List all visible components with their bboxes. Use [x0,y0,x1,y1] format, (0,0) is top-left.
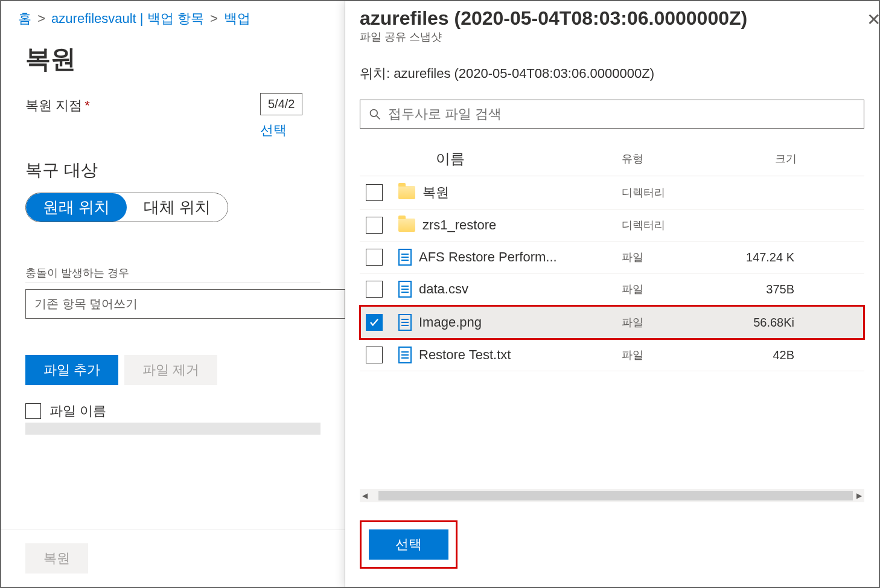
file-table-scrollbar[interactable]: ◀ ▶ [360,489,864,502]
search-input-wrapper[interactable] [360,100,864,129]
breadcrumb-sep: > [37,11,45,26]
col-type[interactable]: 유형 [622,152,736,166]
breadcrumb-home[interactable]: 홈 [18,11,31,26]
row-size: 56.68Ki [736,316,797,330]
row-checkbox[interactable] [366,184,383,201]
table-row[interactable]: AFS Restore Perform...파일147.24 K [360,241,864,273]
add-file-button[interactable]: 파일 추가 [25,355,118,385]
svg-point-0 [371,110,378,117]
breadcrumb-backup[interactable]: 백업 [224,11,250,26]
col-size[interactable]: 크기 [736,152,797,166]
row-type: 디렉터리 [622,218,736,232]
file-icon [398,249,412,266]
row-type: 파일 [622,348,736,362]
file-name-checkbox[interactable] [25,403,41,419]
table-row[interactable]: data.csv파일375B [360,273,864,305]
row-name: AFS Restore Perform... [419,249,557,265]
location-alternative[interactable]: 대체 위치 [127,193,228,222]
file-icon [398,281,412,298]
row-checkbox[interactable] [366,281,383,298]
row-type: 파일 [622,315,736,330]
breadcrumb: 홈 > azurefilesvault | 백업 항목 > 백업 [1,1,345,33]
select-button-highlight: 선택 [360,520,458,569]
row-name: data.csv [419,281,468,297]
row-type: 디렉터리 [622,185,736,200]
file-icon [398,314,412,331]
row-name: zrs1_restore [422,217,496,233]
horizontal-scrollbar[interactable] [25,423,320,435]
row-name: Image.png [419,315,482,330]
recovery-target-title: 복구 대상 [25,159,320,182]
search-input[interactable] [388,106,855,122]
panel-subtitle: 파일 공유 스냅샷 [360,30,864,44]
table-row[interactable]: Restore Test.txt파일42B [360,339,864,371]
file-picker-panel: azurefiles (2020-05-04T08:03:06.0000000Z… [345,1,879,587]
row-name-cell: Restore Test.txt [398,347,622,363]
row-name-cell: 복원 [398,184,622,202]
col-name[interactable]: 이름 [398,149,622,168]
location-label: 위치: azurefiles (2020-05-04T08:03:06.0000… [360,65,864,83]
panel-title: azurefiles (2020-05-04T08:03:06.0000000Z… [360,7,864,30]
folder-icon [398,219,415,232]
row-name-cell: Image.png [398,314,622,331]
svg-line-1 [377,116,380,120]
conflict-dropdown[interactable]: 기존 항목 덮어쓰기 [25,289,345,319]
file-name-label: 파일 이름 [49,402,106,420]
row-checkbox[interactable] [366,314,383,331]
row-name-cell: AFS Restore Perform... [398,249,622,266]
row-checkbox[interactable] [366,249,383,266]
table-row[interactable]: 복원디렉터리 [360,176,864,209]
table-row[interactable]: Image.png파일56.68Ki [360,305,864,339]
row-checkbox[interactable] [366,347,383,363]
row-type: 파일 [622,250,736,264]
restore-button[interactable]: 복원 [25,543,88,574]
conflict-label: 충돌이 발생하는 경우 [25,266,320,283]
restore-panel: 홈 > azurefilesvault | 백업 항목 > 백업 복원 복원 지… [1,1,345,587]
row-type: 파일 [622,282,736,296]
file-icon [398,347,412,363]
file-table: 이름 유형 크기 복원디렉터리zrs1_restore디렉터리AFS Resto… [360,142,864,371]
restore-point-value[interactable]: 5/4/2 [260,93,302,115]
scroll-left-icon[interactable]: ◀ [362,491,368,500]
folder-icon [398,186,415,199]
scroll-right-icon[interactable]: ▶ [856,491,862,500]
breadcrumb-vault[interactable]: azurefilesvault | 백업 항목 [51,11,204,26]
select-restore-point-link[interactable]: 선택 [260,121,320,139]
location-toggle: 원래 위치 대체 위치 [25,193,228,222]
row-size: 375B [736,283,797,296]
remove-file-button[interactable]: 파일 제거 [124,355,217,385]
search-icon [369,108,381,120]
row-size: 42B [736,348,797,362]
table-row[interactable]: zrs1_restore디렉터리 [360,209,864,241]
scroll-track[interactable] [378,491,853,500]
page-title: 복원 [1,33,345,93]
restore-point-label: 복원 지점* [25,93,260,115]
row-name: Restore Test.txt [419,347,511,363]
close-icon[interactable]: ✕ [867,10,879,30]
row-name-cell: zrs1_restore [398,217,622,233]
table-header: 이름 유형 크기 [360,142,864,176]
select-button[interactable]: 선택 [369,529,448,560]
row-size: 147.24 K [736,251,797,264]
breadcrumb-sep: > [210,11,218,26]
row-name: 복원 [422,184,449,202]
row-name-cell: data.csv [398,281,622,298]
row-checkbox[interactable] [366,217,383,234]
location-original[interactable]: 원래 위치 [26,193,127,222]
